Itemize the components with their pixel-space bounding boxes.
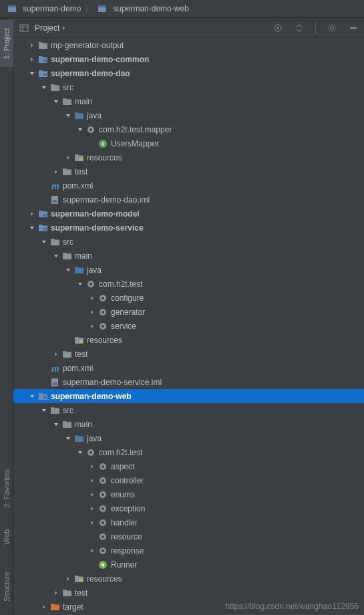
tree-row[interactable]: java <box>13 108 364 122</box>
tree-row[interactable]: controller <box>13 473 364 487</box>
tree-row[interactable]: superman-demo-model <box>13 207 364 221</box>
tree-row[interactable]: com.h2t.test.mapper <box>13 122 364 136</box>
tree-row[interactable]: superman-demo-service.iml <box>13 375 364 389</box>
breadcrumb-item-1[interactable]: superman-demo-web <box>94 3 191 14</box>
project-label: Project <box>35 23 59 33</box>
tree-row[interactable]: main <box>13 94 364 108</box>
tree-label: src <box>63 406 73 415</box>
chevron-down-icon[interactable] <box>63 110 73 121</box>
tree-label: target <box>63 602 83 612</box>
chevron-right-icon[interactable] <box>87 293 98 303</box>
tree-label: controller <box>111 476 144 485</box>
hide-icon[interactable] <box>348 23 359 33</box>
chevron-right-icon[interactable] <box>27 54 37 65</box>
tree-label: java <box>87 111 102 120</box>
tree-label: aspect <box>111 462 134 471</box>
tree-row[interactable]: Runner <box>13 558 364 572</box>
project-tree[interactable]: mp-generator-outputsuperman-demo-commons… <box>13 38 364 615</box>
chevron-down-icon[interactable] <box>39 82 49 93</box>
chevron-down-icon[interactable] <box>27 68 37 79</box>
package-icon <box>98 545 108 556</box>
tree-row[interactable]: handler <box>13 515 364 529</box>
chevron-down-icon[interactable] <box>27 391 37 402</box>
chevron-right-icon[interactable] <box>63 152 73 163</box>
tree-row[interactable]: com.h2t.test <box>13 277 364 291</box>
tree-row[interactable]: aspect <box>13 459 364 473</box>
chevron-right-icon[interactable] <box>51 588 61 598</box>
tree-row[interactable]: test <box>13 164 364 178</box>
breadcrumb-item-0[interactable]: superman-demo <box>4 3 83 14</box>
tree-row[interactable]: IUsersMapper <box>13 136 364 150</box>
tree-row[interactable]: superman-demo-dao.iml <box>13 193 364 207</box>
tree-label: main <box>75 251 92 261</box>
chevron-down-icon[interactable] <box>75 279 85 289</box>
tree-row[interactable]: java <box>13 263 364 277</box>
chevron-down-icon[interactable] <box>63 433 73 444</box>
chevron-down-icon[interactable] <box>39 405 49 416</box>
side-tab-favorites[interactable]: 2: Favorites <box>0 463 13 515</box>
chevron-down-icon[interactable] <box>27 223 37 233</box>
chevron-down-icon[interactable] <box>63 265 73 275</box>
chevron-down-icon[interactable] <box>75 124 85 135</box>
chevron-right-icon: 〉 <box>85 3 93 15</box>
tree-row[interactable]: src <box>13 403 364 417</box>
tree-row[interactable]: mpom.xml <box>13 361 364 375</box>
tree-row[interactable]: mp-generator-output <box>13 38 364 52</box>
chevron-right-icon[interactable] <box>51 349 61 360</box>
chevron-down-icon[interactable] <box>51 419 61 430</box>
chevron-right-icon[interactable] <box>87 307 98 318</box>
svg-rect-22 <box>43 228 47 231</box>
chevron-right-icon[interactable] <box>87 489 98 500</box>
chevron-right-icon[interactable] <box>87 461 98 472</box>
chevron-right-icon[interactable] <box>63 574 73 584</box>
tree-row[interactable]: superman-demo-service <box>13 221 364 235</box>
tree-row[interactable]: enums <box>13 487 364 501</box>
gear-icon[interactable] <box>327 23 337 33</box>
side-tab-structure[interactable]: Structure <box>0 563 13 610</box>
tree-label: java <box>87 265 102 275</box>
collapse-icon[interactable] <box>294 23 305 33</box>
chevron-right-icon[interactable] <box>39 602 49 612</box>
tree-row[interactable]: src <box>13 235 364 249</box>
chevron-right-icon[interactable] <box>27 40 37 51</box>
arrow-none <box>39 363 49 374</box>
chevron-down-icon[interactable] <box>39 237 49 247</box>
chevron-down-icon[interactable] <box>51 251 61 261</box>
svg-point-9 <box>331 27 333 29</box>
tree-row[interactable]: superman-demo-dao <box>13 66 364 80</box>
chevron-down-icon[interactable] <box>75 447 85 458</box>
tree-row[interactable]: superman-demo-web <box>13 389 364 403</box>
tree-row[interactable]: resources <box>13 333 364 347</box>
chevron-right-icon[interactable] <box>87 321 98 332</box>
chevron-right-icon[interactable] <box>27 209 37 219</box>
tree-row[interactable]: java <box>13 431 364 445</box>
tree-row[interactable]: superman-demo-common <box>13 52 364 66</box>
svg-rect-11 <box>43 59 47 62</box>
chevron-right-icon[interactable] <box>87 545 98 556</box>
tree-row[interactable]: com.h2t.test <box>13 445 364 459</box>
project-selector[interactable]: Project ▾ <box>19 23 65 33</box>
tree-row[interactable]: resources <box>13 150 364 164</box>
locate-icon[interactable] <box>272 23 283 33</box>
chevron-right-icon[interactable] <box>51 166 61 177</box>
tree-row[interactable]: service <box>13 319 364 333</box>
separator <box>315 22 316 34</box>
tree-row[interactable]: main <box>13 417 364 431</box>
side-tab-project[interactable]: 1: Project <box>0 20 13 67</box>
tree-row[interactable]: exception <box>13 501 364 515</box>
tree-row[interactable]: test <box>13 347 364 361</box>
tree-row[interactable]: resources <box>13 572 364 586</box>
tree-row[interactable]: src <box>13 80 364 94</box>
tree-row[interactable]: generator <box>13 305 364 319</box>
tree-row[interactable]: mpom.xml <box>13 178 364 193</box>
tree-row[interactable]: configure <box>13 291 364 305</box>
tree-row[interactable]: test <box>13 586 364 600</box>
tree-row[interactable]: response <box>13 543 364 558</box>
chevron-right-icon[interactable] <box>87 475 98 486</box>
tree-row[interactable]: resource <box>13 529 364 543</box>
tree-row[interactable]: main <box>13 249 364 263</box>
chevron-right-icon[interactable] <box>87 503 98 514</box>
chevron-down-icon[interactable] <box>51 96 61 107</box>
side-tab-web[interactable]: Web <box>0 520 13 554</box>
chevron-right-icon[interactable] <box>87 517 98 528</box>
